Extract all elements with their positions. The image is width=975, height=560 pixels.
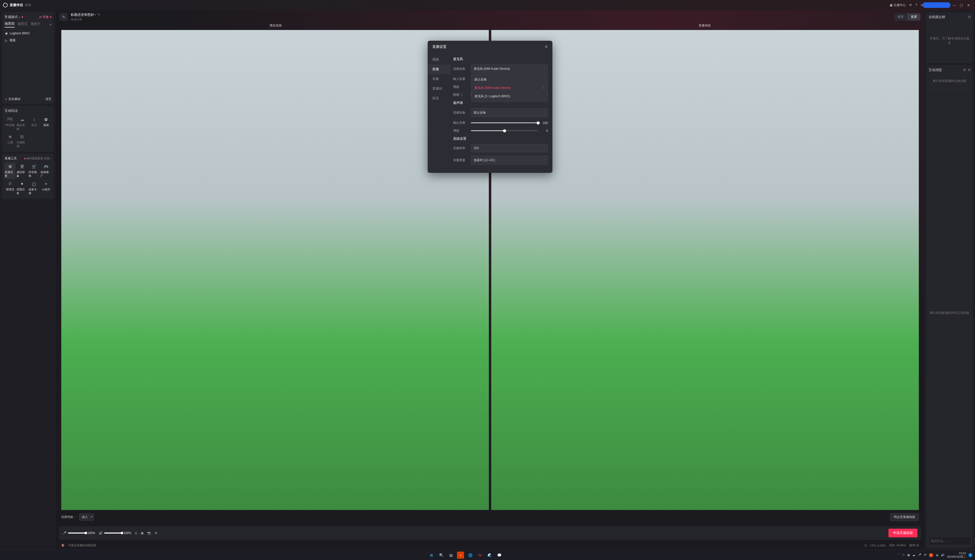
- minimize-button[interactable]: —: [950, 3, 958, 7]
- add-scene-button[interactable]: +: [49, 23, 52, 27]
- game-promo-button[interactable]: 🎮游戏推广: [40, 163, 52, 179]
- taskbar-app[interactable]: W: [476, 552, 483, 559]
- notification-icon[interactable]: 1: [968, 553, 972, 557]
- taskbar-chrome[interactable]: 🌐: [467, 552, 474, 559]
- live-settings-button[interactable]: ⚙直播设置: [5, 163, 15, 179]
- tray-onedrive-icon[interactable]: ☁: [912, 553, 915, 557]
- settings-icon[interactable]: ⚙: [963, 68, 966, 72]
- add-source-button[interactable]: ＋ 添加素材: [5, 97, 21, 101]
- scene-tab[interactable]: 场景五: [18, 22, 27, 27]
- scene-tab[interactable]: 场景四: [5, 22, 15, 27]
- maximize-button[interactable]: ▢: [958, 3, 965, 7]
- settings-icon[interactable]: ⚙: [155, 531, 157, 535]
- portrait-mode-button[interactable]: 竖屏: [907, 13, 920, 21]
- speaker-volume-slider[interactable]: [104, 533, 122, 533]
- modal-nav-audio[interactable]: 音频: [428, 64, 451, 74]
- status-note[interactable]: 不建议直播的游戏说明: [68, 543, 96, 547]
- tray-volume-icon[interactable]: 🔊: [941, 553, 945, 557]
- clear-sources-button[interactable]: 清空: [45, 97, 52, 101]
- avatar-button[interactable]: 웃虚拟形象: [17, 163, 27, 179]
- tray-mic-icon[interactable]: 🎤: [918, 553, 921, 557]
- menu-icon[interactable]: ≡: [921, 3, 923, 7]
- wish-button[interactable]: ❀心愿: [5, 133, 15, 149]
- music-button[interactable]: ♫音乐: [28, 115, 40, 132]
- gift-vote-button[interactable]: ₪礼物投票: [17, 133, 27, 149]
- transition-select[interactable]: 淡入: [79, 513, 94, 521]
- output-volume-slider[interactable]: [471, 122, 538, 123]
- popout-icon[interactable]: ⧉: [968, 68, 970, 72]
- modal-nav-video[interactable]: 视频: [428, 55, 451, 64]
- speaker-gain-value: 0: [541, 129, 548, 133]
- speaker-icon[interactable]: 🔊: [99, 531, 103, 535]
- info-icon[interactable]: ⓘ: [460, 93, 463, 96]
- tray-ime-icon[interactable]: S: [929, 553, 933, 557]
- gift-hint: 展示本场直播的礼物消息: [929, 74, 970, 88]
- mic-volume-slider[interactable]: [68, 533, 86, 533]
- mic-device-select[interactable]: 麦克风 (K69 Audio Device) ˄ 默认设备 麦克风 (K69 A…: [471, 64, 548, 73]
- user-avatar[interactable]: [923, 2, 950, 8]
- tray-network-icon[interactable]: 🖥: [935, 553, 938, 557]
- webcam-icon[interactable]: ▣: [141, 531, 143, 535]
- tools-update-link[interactable]: 粉丝团更新至 全部 ›: [24, 157, 52, 160]
- taskbar-app[interactable]: ○: [457, 552, 464, 559]
- edit-title-icon[interactable]: ✎: [98, 13, 100, 17]
- tray-chevron-icon[interactable]: ˄: [898, 553, 899, 557]
- help-icon[interactable]: ?: [915, 3, 917, 7]
- popout-icon[interactable]: ⧉: [968, 15, 970, 19]
- stream-category[interactable]: 未选分类: [71, 18, 100, 22]
- source-item[interactable]: ◉ Logitech BRIO: [5, 30, 52, 37]
- camera-icon[interactable]: 📷: [147, 531, 151, 535]
- modal-close-button[interactable]: ✕: [545, 44, 548, 49]
- tool-label: 心愿: [7, 140, 13, 144]
- bag-icon: ✿: [43, 117, 49, 122]
- refresh-icon[interactable]: ⟳: [909, 3, 912, 7]
- mic-icon[interactable]: 🎤: [63, 531, 67, 535]
- close-button[interactable]: ✕: [965, 3, 972, 7]
- chat-input[interactable]: [929, 537, 972, 545]
- quality-select[interactable]: 低延时 (LC-AC) ˅: [471, 156, 548, 165]
- mic-option[interactable]: 麦克风 (K69 Audio Device)✓: [472, 84, 547, 92]
- taskbar-edge[interactable]: 🌊: [486, 552, 493, 559]
- greenscreen-button[interactable]: ▢绿幕大屏: [28, 180, 40, 196]
- tool-label: 绿幕大屏: [28, 188, 40, 195]
- guide-icon: ⇄: [39, 15, 42, 19]
- go-live-button[interactable]: 申请开播权限: [888, 529, 917, 537]
- source-item[interactable]: ▷ 视频: [5, 37, 52, 44]
- bitrate-select[interactable]: 320 ˅: [471, 144, 548, 152]
- modal-nav-stream[interactable]: 推流: [428, 93, 451, 103]
- search-button[interactable]: 🔍: [438, 552, 445, 559]
- pk-connect-button[interactable]: PKPK连线: [5, 115, 15, 132]
- taskbar-clock[interactable]: 13:10 2023/5/16/周二: [947, 552, 966, 558]
- guide-button[interactable]: ⇄ 导播: [39, 15, 52, 19]
- mic-option[interactable]: 麦克风 (2- Logitech BRIO): [472, 92, 547, 100]
- mic-option[interactable]: 默认设备: [472, 75, 547, 84]
- tools-update-label: 粉丝团更新至 全部: [27, 157, 50, 160]
- live-canvas[interactable]: [491, 30, 919, 510]
- tray-ime[interactable]: 中: [924, 553, 927, 557]
- tray-app-icon[interactable]: ▦: [907, 553, 910, 557]
- modal-nav-room[interactable]: 直播间: [428, 84, 451, 93]
- speaker-gain-slider[interactable]: [471, 130, 538, 131]
- audience-connect-button[interactable]: ☁观众连线: [17, 115, 27, 132]
- landscape-mode-button[interactable]: 横屏: [894, 13, 907, 21]
- modal-nav-record[interactable]: 录像: [428, 74, 451, 84]
- lucky-bag-button[interactable]: ✿福袋: [40, 115, 52, 132]
- miniapp-button[interactable]: ✧小程序: [40, 180, 52, 196]
- start-button[interactable]: ⊞: [428, 552, 435, 559]
- mic-option-label: 麦克风 (2- Logitech BRIO): [475, 94, 510, 98]
- scene-tab[interactable]: 场景六: [30, 22, 40, 27]
- star-task-button[interactable]: ✦星图任务: [17, 180, 27, 196]
- sync-to-live-button[interactable]: 同步至直播画面: [890, 513, 919, 521]
- speaker-device-select[interactable]: 默认设备 ˅: [471, 108, 548, 117]
- taskbar-wechat[interactable]: 💬: [496, 552, 503, 559]
- broadcaster-center-link[interactable]: ▣ 主播中心: [890, 3, 906, 7]
- tray-shield-icon[interactable]: 🛡: [902, 553, 905, 557]
- ecommerce-button[interactable]: 🛒抖音电商: [28, 163, 40, 179]
- record-icon[interactable]: ◎: [135, 531, 137, 535]
- preview-canvas[interactable]: [61, 30, 489, 510]
- taskview-button[interactable]: ▤: [447, 552, 454, 559]
- admin-button[interactable]: ⚐管理员: [5, 180, 15, 196]
- edit-scene-button[interactable]: ✎: [60, 13, 68, 21]
- send-button[interactable]: 发送: [973, 537, 975, 545]
- mode-selector[interactable]: 常规模式 ▾: [5, 15, 23, 19]
